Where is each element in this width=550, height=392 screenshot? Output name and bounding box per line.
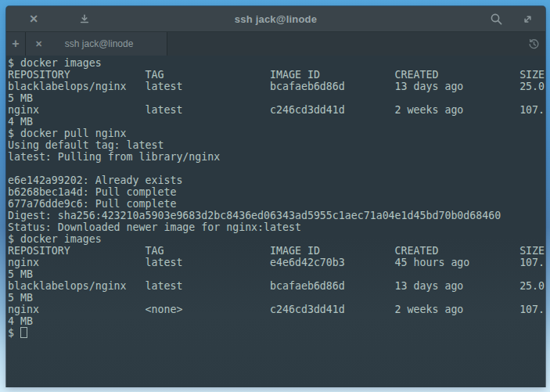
terminal-cursor [20,327,27,338]
desktop-wallpaper: ✕ ssh jack@linode [0,0,550,392]
tab-ssh-jack-linode[interactable]: ✕ ssh jack@linode [26,32,167,56]
download-icon[interactable] [77,12,92,26]
shell-prompt: $ [8,327,20,339]
tabbar-spacer [167,32,522,56]
close-window-icon[interactable]: ✕ [27,12,41,26]
titlebar: ✕ ssh jack@linode [6,6,545,32]
new-tab-button[interactable]: + [6,32,26,56]
prompt-line: $ [6,327,545,339]
terminal-window: ✕ ssh jack@linode [6,6,545,387]
tab-close-icon[interactable]: ✕ [35,39,42,49]
tab-label: ssh jack@linode [42,38,167,49]
terminal-text: $ docker images REPOSITORY TAG IMAGE ID … [6,56,545,327]
expand-icon[interactable] [520,12,534,26]
tabbar: + ✕ ssh jack@linode [6,32,545,56]
terminal-output[interactable]: $ docker images REPOSITORY TAG IMAGE ID … [6,56,545,387]
search-icon[interactable] [489,12,503,26]
history-icon[interactable] [522,32,545,56]
